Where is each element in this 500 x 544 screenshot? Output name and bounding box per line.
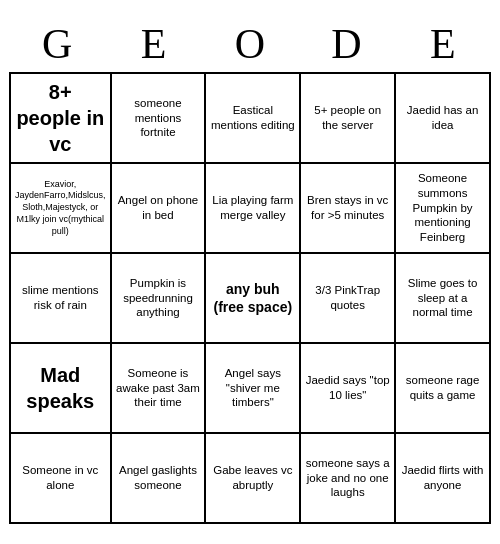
title-letter-e1: E [108, 20, 200, 68]
cell-2[interactable]: Eastical mentions editing [206, 74, 301, 164]
cell-22[interactable]: Gabe leaves vc abruptly [206, 434, 301, 524]
cell-20[interactable]: Someone in vc alone [11, 434, 112, 524]
title-letter-e2: E [397, 20, 489, 68]
cell-9[interactable]: Someone summons Pumpkin by mentioning Fe… [396, 164, 491, 254]
cell-16[interactable]: Someone is awake past 3am their time [112, 344, 207, 434]
cell-12-free[interactable]: any buh (free space) [206, 254, 301, 344]
title-letter-o: O [204, 20, 296, 68]
cell-10[interactable]: slime mentions risk of rain [11, 254, 112, 344]
cell-0[interactable]: 8+ people in vc [11, 74, 112, 164]
cell-21[interactable]: Angel gaslights someone [112, 434, 207, 524]
cell-7[interactable]: Lia playing farm merge valley [206, 164, 301, 254]
cell-18[interactable]: Jaedid says "top 10 lies" [301, 344, 396, 434]
cell-17[interactable]: Angel says "shiver me timbers" [206, 344, 301, 434]
cell-4[interactable]: Jaedid has an idea [396, 74, 491, 164]
cell-8[interactable]: Bren stays in vc for >5 minutes [301, 164, 396, 254]
cell-3[interactable]: 5+ people on the server [301, 74, 396, 164]
cell-13[interactable]: 3/3 PinkTrap quotes [301, 254, 396, 344]
title-letter-g: G [11, 20, 103, 68]
bingo-grid: 8+ people in vc someone mentions fortnit… [9, 72, 491, 524]
cell-14[interactable]: Slime goes to sleep at a normal time [396, 254, 491, 344]
bingo-card: G E O D E 8+ people in vc someone mentio… [5, 16, 495, 528]
title-letter-d: D [300, 20, 392, 68]
cell-6[interactable]: Angel on phone in bed [112, 164, 207, 254]
cell-24[interactable]: Jaedid flirts with anyone [396, 434, 491, 524]
cell-5[interactable]: Exavior, JaydenFarro,Midslcus, Sloth,Maj… [11, 164, 112, 254]
bingo-title: G E O D E [9, 20, 491, 68]
cell-23[interactable]: someone says a joke and no one laughs [301, 434, 396, 524]
cell-19[interactable]: someone rage quits a game [396, 344, 491, 434]
cell-15[interactable]: Mad speaks [11, 344, 112, 434]
cell-11[interactable]: Pumpkin is speedrunning anything [112, 254, 207, 344]
cell-1[interactable]: someone mentions fortnite [112, 74, 207, 164]
